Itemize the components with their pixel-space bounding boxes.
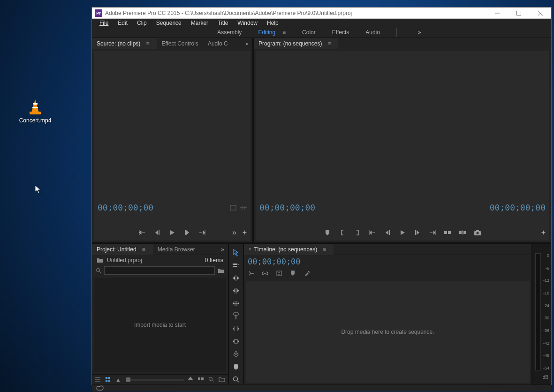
bracket-out-icon[interactable] bbox=[353, 228, 362, 237]
workspace-audio[interactable]: Audio bbox=[365, 27, 380, 38]
bracket-in-icon[interactable] bbox=[338, 228, 347, 237]
search-input[interactable] bbox=[104, 266, 215, 275]
svg-rect-0 bbox=[30, 112, 41, 114]
snap-icon[interactable] bbox=[248, 270, 255, 278]
workspace-color[interactable]: Color bbox=[302, 27, 316, 38]
tab-source-label: Source: (no clips) bbox=[97, 40, 140, 47]
tab-audio-clip[interactable]: Audio C bbox=[203, 38, 233, 49]
workspace-assembly[interactable]: Assembly bbox=[217, 27, 242, 38]
tab-timeline[interactable]: × Timeline: (no sequences) ≡ bbox=[244, 244, 334, 255]
menu-sequence[interactable]: Sequence bbox=[152, 19, 186, 27]
slide-tool-icon[interactable] bbox=[231, 336, 241, 347]
mark-in-icon[interactable] bbox=[138, 228, 146, 237]
selection-tool-icon[interactable] bbox=[231, 248, 241, 258]
tab-project-menu-icon[interactable]: ≡ bbox=[139, 246, 148, 253]
linked-selection-icon[interactable] bbox=[262, 270, 269, 278]
new-bin-icon[interactable] bbox=[219, 377, 225, 383]
hand-tool-icon[interactable] bbox=[231, 362, 241, 372]
close-button[interactable] bbox=[530, 8, 551, 19]
program-step-back-icon[interactable] bbox=[383, 228, 392, 237]
ripple-edit-tool-icon[interactable] bbox=[231, 273, 241, 283]
program-step-forward-icon[interactable] bbox=[413, 228, 422, 237]
menu-clip[interactable]: Clip bbox=[132, 19, 152, 27]
project-items-count: 0 Items bbox=[205, 257, 223, 264]
minimize-button[interactable] bbox=[486, 8, 508, 19]
svg-rect-44 bbox=[234, 313, 238, 315]
sort-icon[interactable] bbox=[188, 377, 194, 383]
menu-title[interactable]: Title bbox=[213, 19, 233, 27]
rate-stretch-tool-icon[interactable] bbox=[231, 298, 241, 309]
marker-timeline-icon[interactable] bbox=[290, 270, 297, 278]
workspace-editing[interactable]: Editing bbox=[258, 27, 275, 38]
menu-edit[interactable]: Edit bbox=[113, 19, 132, 27]
tab-effect-controls[interactable]: Effect Controls bbox=[157, 38, 203, 49]
tab-source-menu-icon[interactable]: ≡ bbox=[143, 40, 152, 47]
auto-sequence-icon[interactable] bbox=[198, 377, 205, 383]
tab-program[interactable]: Program: (no sequences) ≡ bbox=[254, 38, 338, 49]
source-timecode[interactable]: 00;00;00;00 bbox=[98, 203, 153, 212]
step-forward-icon[interactable] bbox=[183, 228, 191, 237]
svg-line-19 bbox=[462, 230, 463, 235]
desktop-file-concert[interactable]: Concert.mp4 bbox=[16, 98, 54, 124]
svg-point-23 bbox=[97, 269, 100, 272]
source-add-icon[interactable]: + bbox=[243, 228, 247, 237]
program-play-icon[interactable] bbox=[398, 228, 407, 237]
source-overflow-icon[interactable]: » bbox=[232, 228, 236, 237]
main-content: Source: (no clips) ≡ Effect Controls Aud… bbox=[92, 38, 551, 384]
import-media-hint[interactable]: Import media to start bbox=[94, 278, 226, 372]
project-tabs-overflow-icon[interactable]: » bbox=[217, 246, 228, 253]
slip-tool-icon[interactable] bbox=[231, 324, 241, 334]
mark-out-icon[interactable] bbox=[198, 228, 206, 237]
menu-help[interactable]: Help bbox=[262, 19, 283, 27]
add-marker-timeline-icon[interactable] bbox=[276, 270, 283, 278]
step-back-icon[interactable] bbox=[153, 228, 161, 237]
tab-project[interactable]: Project: Untitled ≡ bbox=[92, 244, 153, 255]
maximize-button[interactable] bbox=[508, 8, 530, 19]
wrench-icon[interactable] bbox=[304, 270, 311, 278]
svg-rect-21 bbox=[476, 230, 479, 232]
tab-source[interactable]: Source: (no clips) ≡ bbox=[92, 38, 157, 49]
program-mark-in-icon[interactable] bbox=[368, 228, 377, 237]
play-icon[interactable] bbox=[168, 228, 176, 237]
source-tabs-overflow-icon[interactable]: » bbox=[242, 40, 252, 47]
svg-rect-1 bbox=[33, 103, 38, 105]
find-folder-icon[interactable] bbox=[218, 268, 224, 273]
extract-icon[interactable] bbox=[458, 228, 467, 237]
menu-file[interactable]: File bbox=[95, 19, 113, 27]
menu-window[interactable]: Window bbox=[233, 19, 262, 27]
program-add-icon[interactable]: + bbox=[541, 228, 546, 237]
camera-icon[interactable] bbox=[473, 228, 482, 237]
workspace-bar: Assembly Editing ≡ Color Effects Audio » bbox=[92, 27, 551, 38]
program-mark-out-icon[interactable] bbox=[428, 228, 437, 237]
program-viewer: 00;00;00;00 00;00;00;00 + bbox=[256, 51, 549, 241]
tab-timeline-menu-icon[interactable]: ≡ bbox=[320, 246, 329, 253]
timeline-timecode[interactable]: 00;00;00;00 bbox=[244, 255, 531, 268]
track-select-tool-icon[interactable] bbox=[231, 260, 241, 271]
zoom-slider[interactable] bbox=[126, 379, 184, 381]
resolution-icon[interactable] bbox=[240, 205, 247, 211]
list-view-icon[interactable] bbox=[95, 377, 101, 383]
creative-cloud-icon[interactable] bbox=[96, 385, 104, 392]
workspace-overflow-icon[interactable]: » bbox=[413, 29, 426, 36]
titlebar[interactable]: Pr Adobe Premiere Pro CC 2015 - C:\Users… bbox=[92, 8, 551, 19]
find-icon[interactable] bbox=[208, 377, 215, 383]
icon-view-icon[interactable] bbox=[105, 377, 112, 383]
tab-program-menu-icon[interactable]: ≡ bbox=[325, 40, 334, 47]
lift-icon[interactable] bbox=[443, 228, 452, 237]
razor-tool-icon[interactable] bbox=[231, 311, 241, 321]
pen-tool-icon[interactable] bbox=[231, 349, 241, 359]
menu-marker[interactable]: Marker bbox=[186, 19, 213, 27]
program-timecode-left[interactable]: 00;00;00;00 bbox=[259, 203, 315, 212]
tab-media-browser[interactable]: Media Browser bbox=[153, 244, 200, 255]
program-timecode-right[interactable]: 00;00;00;00 bbox=[490, 203, 546, 212]
rolling-edit-tool-icon[interactable] bbox=[231, 286, 241, 296]
vlc-cone-icon bbox=[27, 98, 44, 115]
workspace-effects[interactable]: Effects bbox=[332, 27, 349, 38]
zoom-tool-icon[interactable] bbox=[231, 374, 241, 384]
workspace-editing-menu-icon[interactable]: ≡ bbox=[282, 29, 286, 36]
timeline-tab-close-icon[interactable]: × bbox=[249, 247, 251, 252]
svg-rect-31 bbox=[108, 380, 110, 382]
timeline-drop-area[interactable]: Drop media here to create sequence. bbox=[246, 281, 530, 383]
fit-icon[interactable] bbox=[230, 205, 236, 211]
add-marker-icon[interactable] bbox=[323, 228, 332, 237]
